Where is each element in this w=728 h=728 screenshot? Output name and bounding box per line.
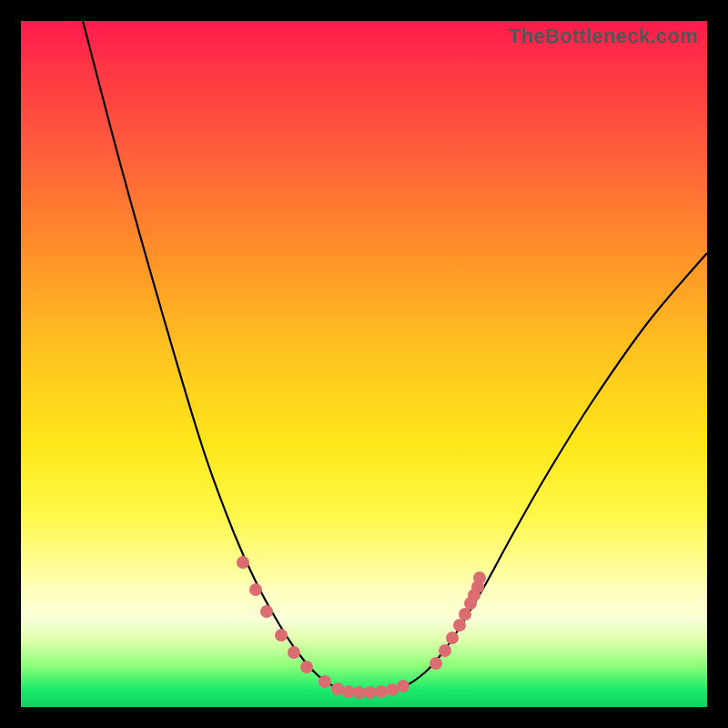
marker-group	[237, 556, 486, 699]
data-point-marker	[260, 605, 273, 618]
data-point-marker	[386, 683, 399, 696]
data-point-marker	[397, 680, 410, 693]
data-point-marker	[353, 686, 366, 699]
data-point-marker	[288, 646, 300, 659]
data-point-marker	[453, 619, 466, 632]
data-point-marker	[446, 632, 459, 644]
data-point-marker	[459, 608, 471, 621]
data-point-marker	[473, 571, 486, 584]
bottleneck-curve	[83, 21, 707, 693]
data-point-marker	[331, 682, 344, 695]
data-point-marker	[430, 657, 442, 670]
data-point-marker	[318, 675, 331, 688]
data-point-marker	[275, 629, 288, 642]
data-point-marker	[342, 685, 355, 698]
data-point-marker	[249, 583, 262, 596]
data-point-marker	[439, 644, 451, 657]
chart-svg	[21, 21, 707, 707]
data-point-marker	[364, 686, 377, 699]
chart-frame: TheBottleneck.com	[21, 21, 707, 707]
data-point-marker	[375, 685, 388, 698]
data-point-marker	[300, 661, 313, 673]
data-point-marker	[237, 556, 249, 569]
